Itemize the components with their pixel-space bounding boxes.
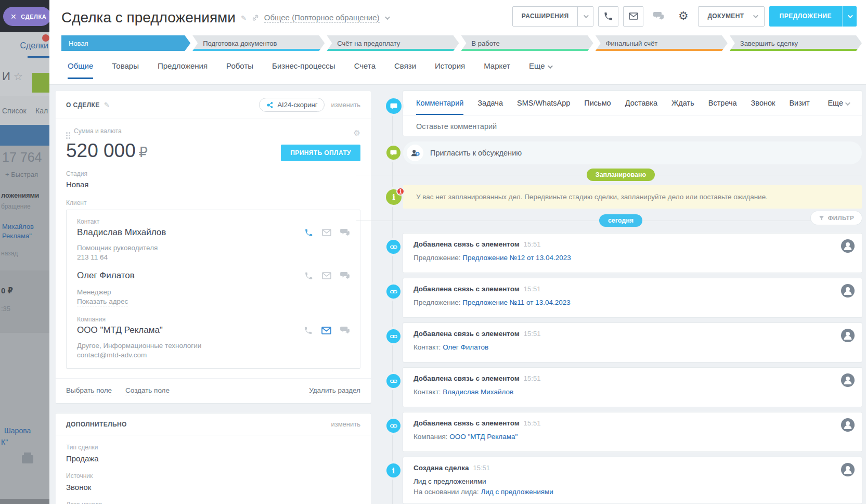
deal-category-selector[interactable]: Общее (Повторное обращение) <box>264 13 380 23</box>
email-icon[interactable] <box>321 327 331 334</box>
filter-button[interactable]: ФИЛЬТР <box>811 211 862 225</box>
phone-icon[interactable] <box>304 272 313 280</box>
extensions-button[interactable]: РАСШИРЕНИЯ <box>512 6 594 27</box>
tab-general[interactable]: Общие <box>68 61 93 79</box>
drag-handle[interactable] <box>66 132 70 139</box>
show-address-link[interactable]: Показать адрес <box>77 298 128 306</box>
edit-section-link[interactable]: изменить <box>331 420 360 428</box>
timeline-entry: Добавлена связь с элементом 15:51 Компан… <box>403 412 862 451</box>
extensions-dropdown[interactable] <box>577 7 593 26</box>
email-button[interactable] <box>623 6 643 27</box>
background-tab-deals[interactable]: Сделки <box>20 41 48 50</box>
tab-delivery[interactable]: Доставка <box>625 99 657 115</box>
copy-link-icon[interactable] <box>252 14 259 21</box>
entry-link[interactable]: Предложение №11 от 13.04.2023 <box>462 299 570 306</box>
create-field-link[interactable]: Создать поле <box>125 386 170 395</box>
tab-links[interactable]: Связи <box>394 61 416 79</box>
document-button[interactable]: ДОКУМЕНТ <box>698 6 764 27</box>
chat-icon[interactable] <box>340 272 350 280</box>
user-avatar[interactable] <box>841 329 855 342</box>
entry-link[interactable]: Предложение №12 от 13.04.2023 <box>462 254 571 262</box>
stage-new[interactable]: Новая <box>61 35 190 51</box>
email-icon[interactable] <box>322 229 331 236</box>
stage-close-deal[interactable]: Завершить сделку <box>730 35 862 51</box>
company-email: contact@mtd-adv.com <box>77 351 350 359</box>
deal-type-value[interactable]: Продажа <box>66 454 360 463</box>
tab-history[interactable]: История <box>435 61 465 79</box>
tab-bizproc[interactable]: Бизнес-процессы <box>272 61 335 79</box>
background-green-button[interactable] <box>32 73 49 93</box>
delete-section-link[interactable]: Удалить раздел <box>309 386 360 395</box>
tab-more[interactable]: Еще <box>529 61 551 79</box>
edit-section-link[interactable]: изменить <box>331 101 360 109</box>
entry-link[interactable]: Владислав Михайлов <box>443 388 513 396</box>
funnel-icon <box>819 215 824 221</box>
entry-link[interactable]: ООО "МТД Реклама" <box>449 433 518 441</box>
field-settings-icon[interactable]: ⚙ <box>354 128 360 138</box>
entry-link[interactable]: Лид с предложениями <box>481 488 553 496</box>
email-icon[interactable] <box>322 272 331 279</box>
stage-docs[interactable]: Подготовка документов <box>192 35 325 51</box>
amount-label: Сумма и валюта <box>66 127 122 139</box>
tab-wait[interactable]: Ждать <box>671 99 694 115</box>
tab-call[interactable]: Звонок <box>751 99 775 115</box>
edit-title-icon[interactable]: ✎ <box>241 14 247 22</box>
client-box: Контакт Владислав Михайлов Помощник руко… <box>66 210 360 369</box>
invite-discussion[interactable]: Пригласить к обсуждению <box>403 141 862 164</box>
edit-section-icon[interactable]: ✎ <box>104 101 110 109</box>
tab-invoices[interactable]: Счета <box>354 61 376 79</box>
ai-scoring-button[interactable]: AI24-скоринг <box>259 98 325 112</box>
entry-link[interactable]: Олег Филатов <box>443 343 488 351</box>
offer-dropdown[interactable] <box>842 6 857 27</box>
user-avatar[interactable] <box>841 373 855 387</box>
user-avatar[interactable] <box>841 284 855 298</box>
chat-icon[interactable] <box>340 326 350 334</box>
user-avatar[interactable] <box>841 463 855 476</box>
comment-input[interactable] <box>403 115 862 137</box>
tab-task[interactable]: Задача <box>477 99 503 115</box>
tab-market[interactable]: Маркет <box>484 61 510 79</box>
tab-robots[interactable]: Роботы <box>226 61 253 79</box>
client-label: Клиент <box>66 199 360 206</box>
chevron-down-icon[interactable] <box>385 15 390 20</box>
tab-meeting[interactable]: Встреча <box>708 99 737 115</box>
chat-button[interactable] <box>648 6 668 27</box>
comment-bubble-icon <box>386 98 402 114</box>
stage-final-invoice[interactable]: Финальный счёт <box>596 35 728 51</box>
tab-offers[interactable]: Предложения <box>158 61 208 79</box>
company-name[interactable]: ООО "МТД Реклама" <box>77 325 163 335</box>
timeline-entry: Добавлена связь с элементом 15:51 Контак… <box>403 323 862 362</box>
contact-name[interactable]: Владислав Михайлов <box>77 227 166 238</box>
tab-visit[interactable]: Визит <box>789 99 809 115</box>
deal-slider-panel: Сделка с предложениями ✎ Общее (Повторно… <box>49 0 866 504</box>
slider-close-button[interactable]: ✕ СДЕЛКА <box>3 7 49 26</box>
offer-button[interactable]: ПРЕДЛОЖЕНИЕ <box>769 6 857 27</box>
accept-payment-button[interactable]: ПРИНЯТЬ ОПЛАТУ <box>281 145 360 161</box>
background-nav-tabs: Сделки <box>0 32 49 58</box>
tab-letter[interactable]: Письмо <box>584 99 611 115</box>
stage-prepay-invoice[interactable]: Счёт на предоплату <box>327 35 459 51</box>
call-button[interactable] <box>598 6 618 27</box>
deals-counter: 17 764 <box>2 150 42 165</box>
user-avatar[interactable] <box>841 239 855 253</box>
user-avatar[interactable] <box>841 418 855 432</box>
stage-value[interactable]: Новая <box>66 180 360 189</box>
star-icon[interactable]: ☆ <box>14 71 23 82</box>
tab-more[interactable]: Еще <box>828 99 849 107</box>
stage-in-progress[interactable]: В работе <box>461 35 593 51</box>
deal-amount[interactable]: 520 000₽ <box>66 140 148 162</box>
close-icon: ✕ <box>10 12 17 21</box>
chat-icon[interactable] <box>340 228 350 237</box>
tab-products[interactable]: Товары <box>112 61 139 79</box>
settings-button[interactable]: ⚙ <box>673 6 693 27</box>
quick-add-button[interactable]: + Быстрая <box>5 171 38 178</box>
contact-name[interactable]: Олег Филатов <box>77 270 135 281</box>
count-badge: 1 <box>396 187 405 196</box>
tab-sms-whatsapp[interactable]: SMS/WhatsApp <box>517 99 570 115</box>
phone-icon[interactable] <box>304 326 313 335</box>
select-field-link[interactable]: Выбрать поле <box>66 386 112 395</box>
source-value[interactable]: Звонок <box>66 483 360 492</box>
printer-icon[interactable] <box>22 455 33 463</box>
tab-comment[interactable]: Комментарий <box>416 99 463 115</box>
phone-icon[interactable] <box>304 228 313 237</box>
